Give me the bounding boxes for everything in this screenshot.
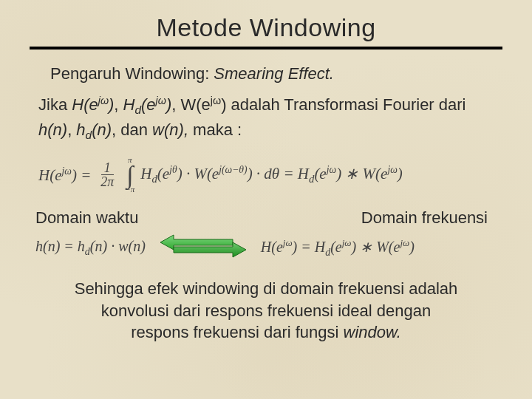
t: ) ∗ W(e (352, 238, 400, 254)
t: ) · W(e (177, 165, 219, 183)
t: H (123, 95, 135, 114)
sup: jω (387, 164, 397, 175)
t: , dan (112, 120, 152, 139)
equation-main: H(ejω) = 1 2π π ∫ −π Hd(ejθ) · W(ej(ω−θ)… (38, 157, 502, 194)
subtitle-ital: Smearing Effect. (214, 64, 334, 83)
domain-labels-row: Domain waktu Domain frekuensi (35, 208, 488, 228)
label-time-domain: Domain waktu (35, 208, 138, 228)
t: ) = H (293, 238, 326, 254)
t: , (114, 95, 123, 114)
double-arrow-icon (159, 233, 248, 262)
sup: jω (156, 95, 166, 106)
equation-time: h(n) = hd(n) · w(n) (35, 238, 146, 258)
sup: jω (283, 237, 293, 248)
t: H (140, 165, 151, 183)
t: , (67, 120, 76, 139)
t: (e (330, 238, 342, 254)
t: (e (157, 165, 169, 183)
line3a: respons frekuensi dari fungsi (131, 323, 343, 341)
fn-hn: h(n) (38, 120, 67, 139)
line2: konvolusi dari respons frekuensi ideal d… (101, 301, 431, 320)
t: h (76, 120, 85, 139)
t: (n) (92, 120, 112, 139)
sup: j(ω−θ) (219, 164, 247, 175)
t: H (298, 165, 309, 183)
t: (n) · w(n) (90, 238, 146, 254)
sup: jω (327, 164, 336, 175)
t: maka : (188, 120, 242, 139)
label-freq-domain: Domain frekuensi (361, 208, 488, 228)
sup: jω (342, 237, 352, 248)
equation-main-content: H(ejω) = 1 2π π ∫ −π Hd(ejθ) · W(ej(ω−θ)… (38, 157, 502, 194)
sub: d (134, 104, 141, 117)
lhs: H(ejω) = (38, 166, 91, 185)
t: H(e (72, 95, 98, 114)
fn-H: H(ejω) (72, 95, 114, 114)
subtitle-plain: Pengaruh Windowing: (50, 64, 214, 83)
slide-title: Metode Windowing (30, 13, 502, 42)
lower-limit: −π (125, 186, 134, 194)
txt: Jika (38, 95, 72, 114)
integrand: Hd(ejθ) · W(ej(ω−θ)) · dθ = Hd(ejω) ∗ W(… (140, 164, 403, 185)
fraction: 1 2π (98, 161, 117, 190)
denominator: 2π (98, 175, 117, 189)
t: (e (314, 165, 326, 183)
integral-sign: ∫ (126, 164, 133, 187)
t: adalah Transformasi Fourier dari (226, 95, 466, 114)
t: H(e (261, 238, 283, 254)
subtitle: Pengaruh Windowing: Smearing Effect. (50, 64, 502, 83)
intro-paragraph: Jika H(ejω), Hd(ejω), W(ejω) adalah Tran… (38, 94, 502, 143)
t: H(e (38, 166, 61, 184)
fn-hdn: hd(n) (76, 120, 112, 139)
fn-wn: w(n), (152, 120, 188, 139)
fn-Hd: Hd(ejω) (123, 95, 172, 114)
title-rule (30, 47, 502, 50)
line1: Sehingga efek windowing di domain frekue… (75, 279, 458, 298)
t: ) ∗ W(e (336, 165, 387, 183)
sup: jω (61, 166, 71, 177)
t: , (171, 95, 180, 114)
t: h(n) = h (35, 238, 85, 254)
sup: jω (211, 95, 221, 106)
line3b: window. (344, 323, 401, 341)
t: ) = (72, 166, 91, 184)
numerator: 1 (101, 161, 114, 176)
domain-equations-row: h(n) = hd(n) · w(n) H(ejω) = Hd(ejω) ∗ W… (35, 233, 497, 262)
t: (e (141, 95, 156, 114)
sub: d (86, 129, 92, 141)
conclusion: Sehingga efek windowing di domain frekue… (34, 278, 498, 344)
integral: π ∫ −π (125, 157, 134, 194)
sup: jω (98, 95, 109, 106)
sub: d (151, 173, 157, 185)
t: ) · dθ = (248, 165, 298, 183)
t: ) (398, 165, 403, 183)
sub: d (85, 246, 90, 257)
t: ) (409, 238, 415, 254)
fn-W: W(ejω) (180, 95, 226, 114)
sup: jω (400, 237, 409, 248)
sup: jθ (169, 164, 177, 175)
slide: Metode Windowing Pengaruh Windowing: Sme… (0, 0, 532, 358)
t: W(e (180, 95, 210, 114)
equation-freq: H(ejω) = Hd(ejω) ∗ W(ejω) (261, 237, 415, 259)
